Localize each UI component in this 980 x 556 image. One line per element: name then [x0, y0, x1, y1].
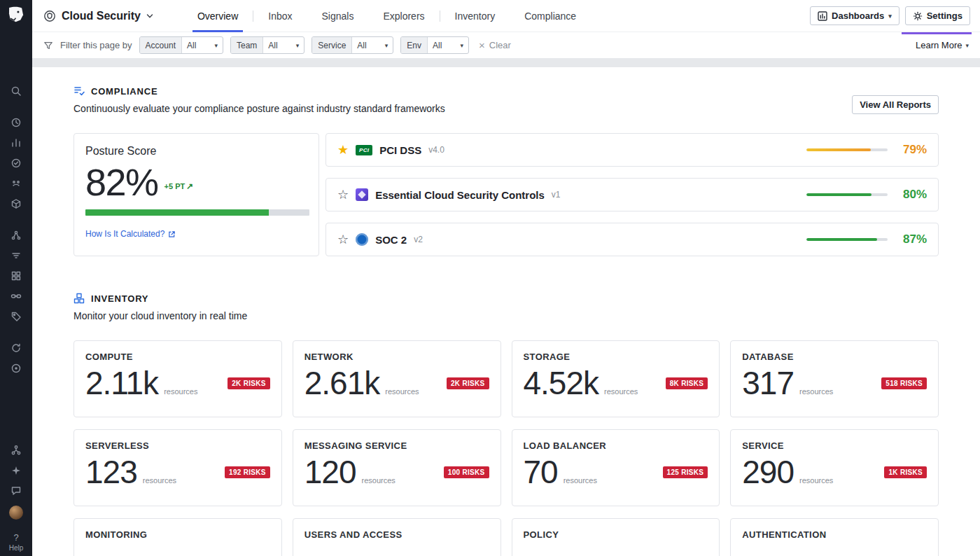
user-avatar[interactable] [9, 506, 23, 520]
apm-icon[interactable] [10, 230, 22, 241]
inventory-card-monitoring[interactable]: MONITORING [74, 518, 282, 556]
star-outline-icon[interactable]: ☆ [337, 188, 349, 201]
posture-score-title: Posture Score [85, 145, 307, 158]
tab-compliance[interactable]: Compliance [510, 0, 591, 32]
how-calculated-link[interactable]: How Is It Calculated? [85, 229, 176, 239]
filter-env-value: All [433, 41, 442, 50]
sidebar: ? Help [0, 0, 32, 556]
inventory-card-service[interactable]: SERVICE 290resources 1K RISKS [730, 429, 939, 506]
settings-button[interactable]: Settings [905, 6, 970, 25]
ci-cd-icon[interactable] [10, 342, 22, 354]
framework-score-pct: 87% [895, 232, 927, 246]
framework-score-bar [806, 238, 888, 241]
inventory-card-storage[interactable]: STORAGE 4.52kresources 8K RISKS [512, 340, 720, 417]
tab-explorers[interactable]: Explorers [368, 0, 439, 32]
compliance-checklist-icon [74, 85, 85, 97]
inventory-card-database[interactable]: DATABASE 317resources 518 RISKS [730, 340, 939, 417]
learn-more-button[interactable]: Learn More ▾ [916, 40, 969, 50]
star-filled-icon[interactable]: ★ [337, 144, 349, 156]
filter-service-value: All [357, 41, 366, 50]
tab-signals[interactable]: Signals [307, 0, 369, 32]
filter-bar: Filter this page by Account All▾ Team Al… [32, 32, 980, 59]
chevron-down-icon: ▾ [296, 42, 300, 49]
view-all-reports-button[interactable]: View All Reports [852, 95, 939, 114]
infrastructure-icon[interactable] [10, 198, 22, 209]
learn-more-highlight [902, 32, 972, 34]
risk-badge[interactable]: 1K RISKS [884, 466, 927, 478]
help-button[interactable]: ? Help [9, 532, 24, 552]
posture-score-value: 82% [85, 165, 158, 200]
support-chat-icon[interactable] [10, 485, 22, 496]
filter-team[interactable]: Team All▾ [230, 36, 304, 54]
filter-env[interactable]: Env All▾ [400, 36, 469, 54]
resource-unit: resources [564, 476, 597, 485]
inventory-card-users-and-access[interactable]: USERS AND ACCESS [293, 518, 501, 556]
risk-badge[interactable]: 2K RISKS [447, 377, 489, 389]
resource-unit: resources [362, 476, 396, 485]
dashboards-button[interactable]: Dashboards ▾ [810, 6, 899, 25]
risk-badge[interactable]: 8K RISKS [666, 377, 708, 389]
monitors-icon[interactable] [10, 158, 22, 169]
framework-score-pct: 80% [895, 188, 927, 202]
filter-account-name: Account [140, 37, 182, 53]
star-outline-icon[interactable]: ☆ [337, 233, 349, 246]
workflows-icon[interactable] [10, 445, 22, 456]
inventory-section: INVENTORY Monitor your cloud inventory i… [74, 293, 939, 556]
integrations-icon[interactable] [10, 291, 22, 302]
inventory-card-load-balancer[interactable]: LOAD BALANCER 70resources 125 RISKS [512, 429, 720, 506]
framework-row-essential-controls[interactable]: ☆ Essential Cloud Security Controls v1 8… [326, 178, 939, 211]
inventory-section-title: INVENTORY [91, 293, 148, 304]
recents-icon[interactable] [10, 117, 22, 128]
livetail-icon[interactable] [10, 250, 22, 261]
metrics-icon[interactable] [10, 137, 22, 148]
framework-row-soc-2[interactable]: ☆ SOC 2 v2 87% [326, 223, 939, 256]
inventory-card-messaging-service[interactable]: MESSAGING SERVICE 120resources 100 RISKS [293, 429, 501, 506]
chevron-down-icon: ▾ [214, 42, 218, 49]
posture-score-bar [85, 209, 309, 216]
nav-tabs: Overview Inbox Signals Explorers Invento… [183, 0, 591, 32]
risk-badge[interactable]: 192 RISKS [225, 466, 270, 478]
framework-score-bar [806, 193, 888, 196]
tab-inventory[interactable]: Inventory [440, 0, 510, 32]
security-icon[interactable] [10, 363, 22, 374]
close-icon: × [479, 40, 485, 50]
content-sheet: COMPLIANCE Continuously evaluate your co… [32, 67, 980, 556]
inventory-card-compute[interactable]: COMPUTE 2.11kresources 2K RISKS [74, 340, 282, 417]
datadog-logo[interactable] [6, 4, 27, 25]
app-title-group[interactable]: Cloud Security [43, 10, 153, 22]
compliance-section-subtitle: Continuously evaluate your compliance po… [74, 103, 939, 114]
inventory-card-authentication[interactable]: AUTHENTICATION [730, 518, 939, 556]
risk-badge[interactable]: 100 RISKS [444, 466, 489, 478]
learn-more-label: Learn More [916, 40, 962, 50]
bar-chart-icon [818, 11, 827, 21]
watchdog-icon[interactable] [10, 178, 22, 189]
framework-version: v4.0 [428, 145, 444, 155]
framework-version: v2 [414, 235, 423, 244]
framework-name: PCI DSS [379, 144, 421, 156]
search-icon[interactable] [10, 85, 22, 97]
risk-badge[interactable]: 2K RISKS [227, 377, 270, 389]
posture-score-bar-fill [85, 209, 269, 216]
risk-badge[interactable]: 125 RISKS [663, 466, 708, 478]
inventory-card-policy[interactable]: POLICY [512, 518, 720, 556]
framework-name: Essential Cloud Security Controls [375, 189, 545, 201]
soc-2-logo [356, 233, 368, 246]
tab-inbox[interactable]: Inbox [253, 0, 307, 32]
chevron-down-icon: ▾ [385, 42, 388, 49]
filter-team-name: Team [231, 37, 263, 53]
inventory-card-serverless[interactable]: SERVERLESS 123resources 192 RISKS [74, 429, 282, 506]
compliance-section-title: COMPLIANCE [91, 86, 158, 97]
framework-row-pci-dss[interactable]: ★ PCI PCI DSS v4.0 79% [326, 133, 939, 167]
tab-overview[interactable]: Overview [183, 0, 253, 32]
dashboards-icon[interactable] [10, 270, 22, 282]
filter-account[interactable]: Account All▾ [139, 36, 223, 54]
essential-controls-logo [356, 188, 368, 201]
clear-filters-button[interactable]: × Clear [479, 40, 511, 50]
risk-badge[interactable]: 518 RISKS [881, 377, 927, 389]
bits-ai-icon[interactable] [10, 465, 22, 476]
datadog-logo-icon [6, 5, 26, 25]
filter-service[interactable]: Service All▾ [312, 36, 393, 54]
inventory-card-network[interactable]: NETWORK 2.61kresources 2K RISKS [293, 340, 501, 417]
logs-icon[interactable] [10, 311, 22, 322]
filter-team-value: All [268, 41, 277, 50]
